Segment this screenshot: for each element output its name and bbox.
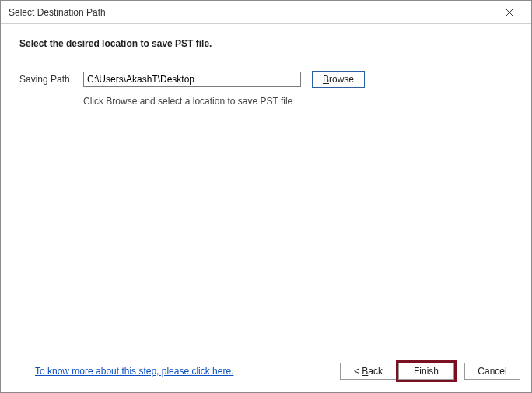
finish-button[interactable]: Finish: [398, 363, 454, 380]
dialog-window: Select Destination Path Select the desir…: [0, 0, 532, 393]
close-button[interactable]: [494, 2, 525, 23]
browse-button[interactable]: Browse: [312, 71, 365, 88]
titlebar: Select Destination Path: [1, 1, 531, 24]
footer: To know more about this step, please cli…: [1, 350, 531, 392]
browse-mnemonic: B: [323, 74, 329, 85]
help-link[interactable]: To know more about this step, please cli…: [35, 366, 340, 377]
path-row: Saving Path Browse: [19, 71, 513, 88]
saving-path-input[interactable]: [83, 72, 301, 87]
back-prefix: <: [354, 366, 362, 377]
button-group: < Back Finish Cancel: [340, 360, 520, 382]
instruction-text: Select the desired location to save PST …: [19, 38, 513, 49]
browse-label-rest: rowse: [329, 74, 354, 85]
saving-path-label: Saving Path: [19, 74, 83, 85]
window-title: Select Destination Path: [9, 7, 494, 18]
close-icon: [506, 9, 513, 16]
finish-highlight: Finish: [396, 360, 457, 382]
hint-text: Click Browse and select a location to sa…: [83, 96, 513, 107]
back-rest: ack: [368, 366, 383, 377]
back-button[interactable]: < Back: [340, 363, 396, 380]
content-area: Select the desired location to save PST …: [1, 24, 531, 392]
cancel-button[interactable]: Cancel: [464, 363, 520, 380]
